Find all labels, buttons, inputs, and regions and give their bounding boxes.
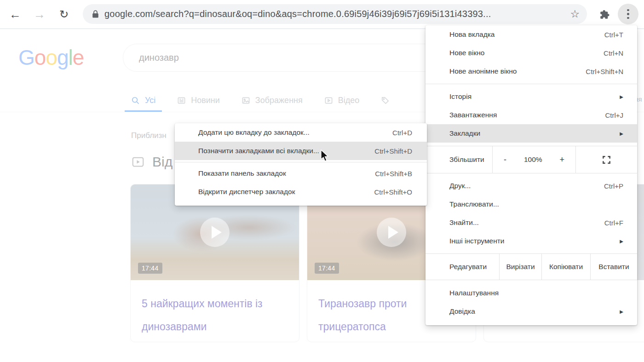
zoom-label: Збільшити — [426, 146, 492, 173]
edit-label: Редагувати — [426, 254, 499, 280]
video-card[interactable]: 17:44 5 найкращих моментів із динозаврам… — [130, 184, 299, 342]
menu-item-find[interactable]: Знайти...Ctrl+F — [426, 213, 637, 232]
browser-toolbar: ← → ↻ google.com/search?q=dinosaur&oq=di… — [0, 0, 644, 29]
menu-item-new-incognito-window[interactable]: Нове анонімне вікноCtrl+Shift+N — [426, 62, 637, 80]
video-title[interactable]: 5 найкращих моментів із динозаврами — [131, 280, 299, 338]
search-input[interactable]: динозавр — [123, 44, 443, 72]
bookmark-star-icon[interactable]: ☆ — [570, 8, 580, 20]
cut-button[interactable]: Вирізати — [499, 254, 541, 280]
browser-window: Google динозавр Усі Новини Зображення — [0, 0, 644, 362]
reload-button[interactable]: ↻ — [55, 0, 73, 29]
play-icon[interactable] — [200, 218, 230, 247]
menu-edit-row: Редагувати Вирізати Копіювати Вставити — [426, 253, 637, 280]
menu-zoom-row: Збільшити - 100% + — [426, 146, 637, 173]
tab-all[interactable]: Усі — [131, 89, 155, 112]
fullscreen-icon — [602, 155, 611, 165]
submenu-arrow-icon: ▶ — [620, 94, 623, 99]
search-query-text: динозавр — [139, 52, 179, 63]
submenu-arrow-icon: ▶ — [620, 131, 623, 136]
bookmarks-submenu: Додати цю вкладку до закладок...Ctrl+D П… — [175, 123, 427, 206]
forward-button[interactable]: → — [30, 0, 49, 29]
menu-item-downloads[interactable]: ЗавантаженняCtrl+J — [426, 106, 637, 124]
menu-item-more-tools[interactable]: Інші інструменти▶ — [426, 232, 637, 250]
extensions-icon[interactable] — [595, 0, 614, 29]
zoom-in-button[interactable]: + — [559, 155, 564, 165]
paste-button[interactable]: Вставити — [590, 254, 637, 280]
menu-item-bookmarks[interactable]: Закладки▶ — [426, 124, 637, 143]
submenu-item-show-bookmarks-bar[interactable]: Показати панель закладокCtrl+Shift+B — [175, 164, 427, 183]
fullscreen-button[interactable] — [576, 146, 637, 173]
news-icon — [177, 96, 186, 105]
results-stats: Приблизн — [131, 131, 167, 140]
tab-news[interactable]: Новини — [177, 89, 220, 112]
submenu-item-bookmark-this-tab[interactable]: Додати цю вкладку до закладок...Ctrl+D — [175, 123, 427, 142]
tab-video[interactable]: Відео — [324, 89, 360, 112]
menu-item-new-window[interactable]: Нове вікноCtrl+N — [426, 44, 637, 62]
url-text: google.com/search?q=dinosaur&oq=dino&aqs… — [104, 9, 491, 19]
submenu-arrow-icon: ▶ — [620, 309, 623, 314]
submenu-arrow-icon: ▶ — [620, 239, 623, 244]
back-button[interactable]: ← — [6, 0, 24, 29]
menu-item-settings[interactable]: Налаштування — [426, 284, 637, 302]
address-bar[interactable]: google.com/search?q=dinosaur&oq=dino&aqs… — [83, 4, 587, 24]
menu-item-cast[interactable]: Транслювати... — [426, 195, 637, 213]
videos-section-header: Від — [131, 154, 172, 170]
menu-item-history[interactable]: Історія▶ — [426, 87, 637, 106]
video-icon — [324, 96, 333, 105]
chrome-menu: Нова вкладкаCtrl+T Нове вікноCtrl+N Нове… — [426, 25, 637, 325]
play-icon[interactable] — [377, 218, 406, 247]
zoom-out-button[interactable]: - — [504, 155, 506, 165]
tab-images[interactable]: Зображення — [242, 89, 303, 112]
menu-divider — [426, 84, 637, 84]
copy-button[interactable]: Копіювати — [541, 254, 590, 280]
video-section-icon — [131, 155, 145, 169]
zoom-level: 100% — [524, 155, 542, 164]
tag-icon — [381, 96, 390, 105]
lock-icon — [92, 10, 99, 18]
video-duration: 17:44 — [138, 263, 162, 274]
submenu-item-bookmark-all-tabs[interactable]: Позначити закладками всі вкладки...Ctrl+… — [175, 142, 427, 160]
menu-item-help[interactable]: Довідка▶ — [426, 302, 637, 321]
menu-item-print[interactable]: Друк...Ctrl+P — [426, 177, 637, 195]
tab-shopping[interactable] — [381, 89, 390, 112]
search-icon — [131, 96, 140, 105]
submenu-item-bookmark-manager[interactable]: Відкрити диспетчер закладокCtrl+Shift+O — [175, 183, 427, 201]
video-duration: 17:44 — [315, 263, 339, 274]
menu-item-new-tab[interactable]: Нова вкладкаCtrl+T — [426, 25, 637, 44]
image-icon — [242, 96, 250, 105]
google-logo[interactable]: Google — [18, 45, 84, 70]
menu-divider — [175, 162, 427, 162]
menu-dots-button[interactable] — [618, 4, 638, 24]
